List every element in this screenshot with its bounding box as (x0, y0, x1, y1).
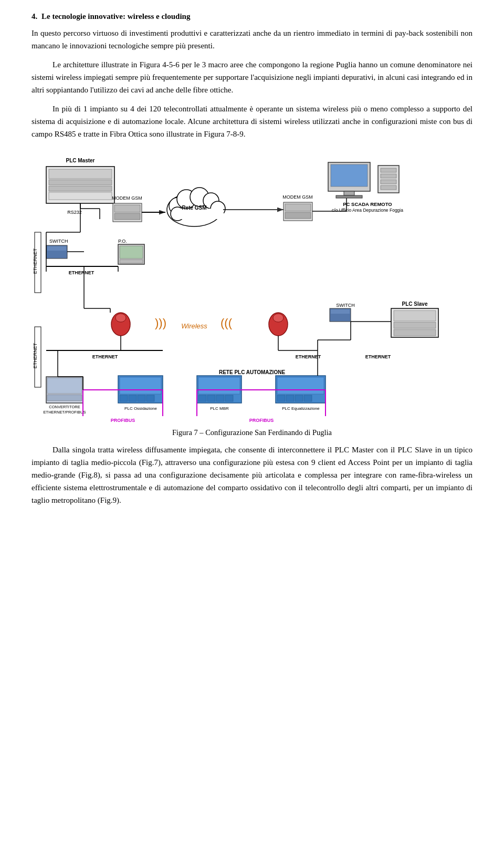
svg-text:PC SCADA REMOTO: PC SCADA REMOTO (343, 201, 392, 207)
paragraph-3: In più di 1 impianto su 4 dei 120 teleco… (32, 102, 472, 140)
svg-rect-91 (47, 395, 82, 401)
svg-rect-73 (394, 329, 436, 336)
section-number: 4. (32, 12, 37, 20)
svg-rect-109 (277, 377, 324, 394)
svg-text:))): ))) (155, 316, 166, 329)
svg-text:PROFIBUS: PROFIBUS (249, 418, 274, 423)
svg-text:ETHERNET: ETHERNET (69, 270, 94, 275)
svg-text:P.O.: P.O. (118, 239, 127, 244)
svg-text:ETHERNET: ETHERNET (33, 343, 38, 368)
svg-rect-76 (331, 309, 350, 314)
svg-text:SWITCH: SWITCH (49, 239, 68, 244)
svg-text:c/o Ufficio Area Depurazione F: c/o Ufficio Area Depurazione Foggia (332, 208, 403, 213)
svg-point-68 (273, 314, 284, 322)
svg-rect-46 (381, 180, 396, 184)
svg-rect-111 (286, 395, 294, 401)
svg-rect-56 (120, 246, 143, 259)
paragraph-1: In questo percorso virtuoso di investime… (32, 27, 472, 52)
svg-rect-9 (49, 180, 112, 185)
svg-rect-110 (277, 395, 285, 401)
svg-text:Wireless: Wireless (181, 322, 207, 330)
svg-rect-113 (304, 395, 312, 401)
svg-rect-44 (381, 168, 396, 172)
svg-rect-90 (47, 378, 82, 394)
svg-rect-42 (336, 195, 362, 198)
svg-rect-105 (216, 395, 224, 401)
svg-point-63 (116, 314, 126, 322)
paragraph-4: Dalla singola tratta wireless diffusamen… (32, 443, 472, 506)
svg-text:PLC MBR: PLC MBR (210, 406, 229, 411)
svg-rect-96 (120, 395, 128, 401)
svg-text:ETHERNET/PROFIBUS: ETHERNET/PROFIBUS (44, 410, 86, 415)
svg-text:MODEM GSM: MODEM GSM (112, 195, 142, 201)
svg-rect-71 (394, 311, 436, 321)
svg-rect-98 (138, 395, 145, 401)
figure-diagram: ETHERNET ETHERNET PLC Master RS232 MODEM… (32, 151, 472, 424)
svg-rect-106 (225, 395, 233, 401)
svg-text:MODEM GSM: MODEM GSM (282, 194, 313, 200)
svg-rect-53 (47, 246, 66, 251)
svg-rect-11 (49, 192, 112, 200)
svg-rect-97 (129, 395, 136, 401)
svg-rect-18 (114, 205, 140, 212)
section-title: Le tecnologie innovative: wireless e clo… (41, 12, 190, 20)
svg-rect-40 (331, 164, 368, 187)
svg-text:PROFIBUS: PROFIBUS (111, 418, 135, 423)
svg-text:CONVERTITORE: CONVERTITORE (49, 405, 80, 409)
svg-text:PLC Equalizzazione: PLC Equalizzazione (282, 406, 320, 411)
figure-caption: Figura 7 – Configurazione San Ferdinando… (32, 428, 472, 437)
svg-text:ETHERNET: ETHERNET (92, 354, 118, 359)
svg-rect-41 (344, 191, 354, 195)
svg-text:ETHERNET: ETHERNET (33, 248, 38, 274)
svg-text:Rete GSM: Rete GSM (182, 205, 206, 211)
svg-rect-103 (198, 395, 206, 401)
svg-rect-99 (146, 395, 154, 401)
svg-rect-19 (114, 213, 140, 220)
svg-text:ETHERNET: ETHERNET (365, 354, 391, 359)
diagram-svg: ETHERNET ETHERNET PLC Master RS232 MODEM… (32, 151, 472, 424)
paragraph-2: Le architetture illustrate in Figura 4-5… (32, 58, 472, 96)
svg-rect-36 (285, 212, 311, 219)
svg-rect-104 (207, 395, 215, 401)
svg-text:(((: ((( (220, 316, 233, 329)
svg-rect-45 (381, 174, 396, 178)
svg-rect-10 (49, 186, 112, 191)
svg-rect-95 (120, 377, 161, 394)
svg-rect-102 (198, 377, 240, 394)
svg-text:RETE PLC AUTOMAZIONE: RETE PLC AUTOMAZIONE (219, 369, 285, 375)
svg-text:SWITCH: SWITCH (336, 303, 355, 308)
svg-rect-47 (381, 185, 396, 190)
svg-text:PLC Master: PLC Master (66, 158, 94, 163)
svg-text:PLC Slave: PLC Slave (402, 301, 428, 307)
svg-text:RS232: RS232 (67, 210, 82, 215)
section-heading: 4. Le tecnologie innovative: wireless e … (32, 11, 472, 23)
svg-rect-57 (120, 260, 143, 263)
svg-rect-112 (295, 395, 303, 401)
svg-rect-8 (49, 169, 112, 179)
svg-text:PLC Ossidazione: PLC Ossidazione (124, 406, 157, 411)
svg-rect-72 (394, 322, 436, 328)
svg-rect-35 (285, 204, 311, 211)
